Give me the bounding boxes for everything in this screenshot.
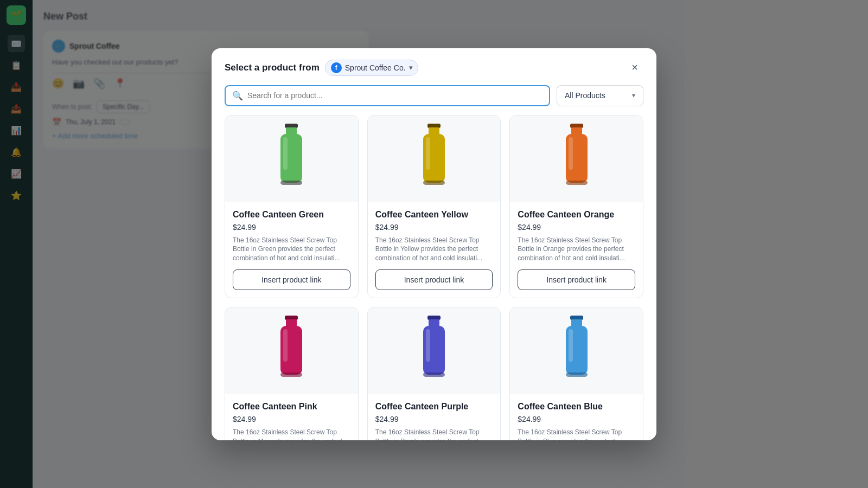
bottle-svg: [555, 124, 598, 194]
svg-rect-1: [286, 127, 297, 135]
svg-rect-4: [280, 181, 302, 185]
search-icon: 🔍: [232, 91, 243, 101]
svg-rect-20: [427, 316, 441, 320]
product-price-blue: $24.99: [518, 415, 635, 423]
product-card-pink: Coffee Canteen Pink $24.99 The 16oz Stai…: [225, 307, 359, 440]
filter-dropdown[interactable]: All Products ▾: [557, 85, 643, 106]
product-card-yellow: Coffee Canteen Yellow $24.99 The 16oz St…: [367, 115, 501, 298]
svg-rect-25: [570, 316, 583, 320]
product-price-green: $24.99: [233, 223, 350, 232]
modal-toolbar: 🔍 All Products ▾: [212, 85, 656, 115]
svg-rect-3: [283, 137, 288, 170]
bottle-svg: [270, 124, 313, 194]
product-desc-purple: The 16oz Stainless Steel Screw Top Bottl…: [375, 428, 493, 440]
svg-rect-8: [426, 137, 430, 170]
bottle-svg: [412, 124, 456, 194]
source-name: Sprout Coffee Co.: [345, 63, 406, 72]
modal-header: Select a product from f Sprout Coffee Co…: [212, 48, 656, 85]
svg-rect-23: [426, 329, 430, 362]
product-info-pink: Coffee Canteen Pink $24.99 The 16oz Stai…: [225, 394, 358, 440]
products-grid: Coffee Canteen Green $24.99 The 16oz Sta…: [212, 115, 656, 440]
source-chevron-icon: ▾: [409, 64, 412, 72]
product-image-pink: [225, 307, 358, 394]
product-desc-pink: The 16oz Stainless Steel Screw Top Bottl…: [233, 428, 350, 440]
product-info-purple: Coffee Canteen Purple $24.99 The 16oz St…: [368, 394, 501, 440]
svg-rect-10: [570, 124, 583, 128]
close-button[interactable]: ×: [626, 59, 643, 76]
product-price-purple: $24.99: [375, 415, 493, 423]
svg-rect-26: [571, 319, 582, 327]
svg-rect-6: [429, 127, 439, 135]
svg-rect-28: [569, 329, 573, 362]
product-desc-orange: The 16oz Stainless Steel Screw Top Bottl…: [518, 236, 635, 263]
product-card-purple: Coffee Canteen Purple $24.99 The 16oz St…: [367, 307, 501, 440]
product-card-blue: Coffee Canteen Blue $24.99 The 16oz Stai…: [509, 307, 643, 440]
product-image-blue: [510, 307, 643, 394]
svg-rect-5: [427, 124, 441, 128]
product-price-pink: $24.99: [233, 415, 350, 423]
svg-rect-21: [429, 319, 439, 327]
svg-rect-14: [566, 181, 588, 185]
svg-rect-0: [285, 124, 298, 128]
product-name-blue: Coffee Canteen Blue: [518, 402, 635, 412]
search-input[interactable]: [247, 91, 542, 100]
bottle-svg: [270, 316, 313, 386]
filter-label: All Products: [565, 91, 628, 100]
svg-rect-16: [286, 319, 297, 327]
insert-product-button-yellow[interactable]: Insert product link: [375, 269, 493, 290]
search-box: 🔍: [225, 85, 550, 106]
product-name-purple: Coffee Canteen Purple: [375, 402, 493, 412]
modal-title: Select a product from f Sprout Coffee Co…: [225, 60, 418, 76]
product-image-green: [225, 115, 358, 202]
product-price-orange: $24.99: [518, 223, 635, 232]
bottle-svg: [555, 316, 598, 386]
svg-rect-15: [285, 316, 298, 320]
svg-rect-29: [566, 373, 588, 377]
product-image-purple: [368, 307, 501, 394]
product-info-green: Coffee Canteen Green $24.99 The 16oz Sta…: [225, 202, 358, 269]
product-card-green: Coffee Canteen Green $24.99 The 16oz Sta…: [225, 115, 359, 298]
modal-overlay: Select a product from f Sprout Coffee Co…: [0, 0, 868, 488]
product-name-pink: Coffee Canteen Pink: [233, 402, 350, 412]
product-select-modal: Select a product from f Sprout Coffee Co…: [212, 48, 656, 440]
product-image-yellow: [368, 115, 501, 202]
bottle-svg: [412, 316, 456, 386]
product-desc-yellow: The 16oz Stainless Steel Screw Top Bottl…: [375, 236, 493, 263]
filter-chevron-icon: ▾: [632, 92, 635, 99]
source-selector[interactable]: f Sprout Coffee Co. ▾: [325, 60, 418, 76]
insert-product-button-green[interactable]: Insert product link: [233, 269, 350, 290]
product-card-orange: Coffee Canteen Orange $24.99 The 16oz St…: [509, 115, 643, 298]
insert-product-button-orange[interactable]: Insert product link: [518, 269, 635, 290]
product-name-yellow: Coffee Canteen Yellow: [375, 210, 493, 220]
facebook-icon: f: [331, 62, 342, 73]
product-desc-blue: The 16oz Stainless Steel Screw Top Bottl…: [518, 428, 635, 440]
product-price-yellow: $24.99: [375, 223, 493, 232]
product-image-orange: [510, 115, 643, 202]
svg-rect-18: [283, 329, 288, 362]
svg-rect-11: [571, 127, 582, 135]
product-name-orange: Coffee Canteen Orange: [518, 210, 635, 220]
product-desc-green: The 16oz Stainless Steel Screw Top Bottl…: [233, 236, 350, 263]
product-info-blue: Coffee Canteen Blue $24.99 The 16oz Stai…: [510, 394, 643, 440]
svg-rect-9: [423, 181, 445, 185]
svg-rect-19: [280, 373, 302, 377]
product-info-orange: Coffee Canteen Orange $24.99 The 16oz St…: [510, 202, 643, 269]
product-info-yellow: Coffee Canteen Yellow $24.99 The 16oz St…: [368, 202, 501, 269]
svg-rect-13: [569, 137, 573, 170]
product-name-green: Coffee Canteen Green: [233, 210, 350, 220]
svg-rect-24: [423, 373, 445, 377]
